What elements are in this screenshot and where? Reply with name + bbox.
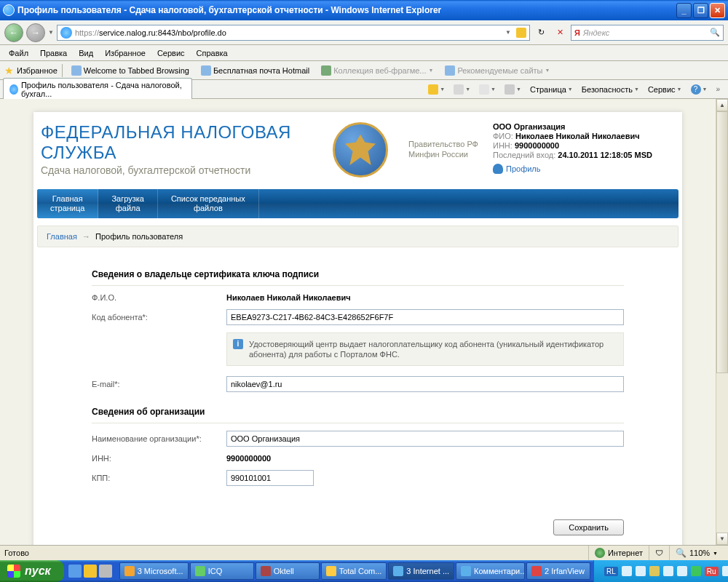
menu-help[interactable]: Справка xyxy=(191,47,234,59)
task-comments[interactable]: Комментари... xyxy=(456,562,525,580)
tray-icon[interactable] xyxy=(663,566,673,576)
yandex-icon: Я xyxy=(574,28,580,37)
breadcrumb: Главная → Профиль пользователя xyxy=(37,226,678,247)
menu-file[interactable]: Файл xyxy=(3,47,34,59)
task-irfanview[interactable]: 2 IrfanView xyxy=(526,562,590,580)
tools-menu[interactable]: Сервис▼ xyxy=(644,84,686,95)
menu-view[interactable]: Вид xyxy=(73,47,99,59)
value-inn: 9900000000 xyxy=(226,454,271,463)
history-dropdown-icon[interactable]: ▼ xyxy=(48,29,54,36)
tray-icon[interactable] xyxy=(677,566,687,576)
task-buttons: 3 Microsoft... ICQ Oktell Total Com... 3… xyxy=(116,562,593,580)
page-icon xyxy=(445,65,455,76)
favorites-label[interactable]: Избранное xyxy=(17,66,58,75)
lock-icon xyxy=(516,28,526,38)
window-titlebar: Профиль пользователя - Сдача налоговой, … xyxy=(0,0,728,20)
zone-internet[interactable]: Интернет xyxy=(588,546,649,560)
home-button[interactable]: ▼ xyxy=(424,83,448,96)
menu-bar: Файл Правка Вид Избранное Сервис Справка xyxy=(0,45,728,61)
page-icon xyxy=(201,65,211,76)
menu-tools[interactable]: Сервис xyxy=(151,47,191,59)
agency-title: ФЕДЕРАЛЬНАЯ НАЛОГОВАЯ СЛУЖБА xyxy=(41,122,314,163)
label-subscriber-code: Код абонента*: xyxy=(92,313,226,322)
task-icq[interactable]: ICQ xyxy=(190,562,254,580)
nav-home[interactable]: Главная страница xyxy=(37,189,98,218)
url-text[interactable]: https://service.nalog.ru:8443/nbo/profil… xyxy=(75,28,500,37)
feeds-button[interactable]: ▼ xyxy=(450,83,474,96)
refresh-button[interactable]: ↻ xyxy=(533,25,549,41)
back-button[interactable]: ← xyxy=(4,23,23,42)
scroll-down-button[interactable]: ▼ xyxy=(716,533,728,545)
close-button[interactable]: ✕ xyxy=(710,3,725,18)
fav-link-hotmail[interactable]: Бесплатная почта Hotmail xyxy=(197,64,314,77)
lang-indicator-2[interactable]: Ru xyxy=(705,567,719,576)
search-box[interactable]: Я Яндекс 🔍 xyxy=(571,25,724,41)
tray-icon[interactable] xyxy=(691,566,701,576)
fav-link-tabbed[interactable]: Welcome to Tabbed Browsing xyxy=(67,64,194,77)
section-cert-owner: Сведения о владельце сертификата ключа п… xyxy=(92,262,624,286)
system-tray: RL Ru 14:38 xyxy=(593,560,728,582)
tray-icon[interactable] xyxy=(636,566,646,576)
address-bar[interactable]: https://service.nalog.ru:8443/nbo/profil… xyxy=(57,25,530,41)
tray-icon[interactable] xyxy=(622,566,632,576)
nav-list[interactable]: Список переданных файлов xyxy=(158,189,259,218)
task-microsoft[interactable]: 3 Microsoft... xyxy=(119,562,189,580)
ql-ie-icon[interactable] xyxy=(68,565,82,578)
input-subscriber-code[interactable] xyxy=(226,309,624,325)
input-email[interactable] xyxy=(226,376,624,392)
favorites-star-icon[interactable]: ★ xyxy=(4,65,14,76)
profile-link[interactable]: Профиль xyxy=(493,164,675,174)
fav-link-suggested[interactable]: Рекомендуемые сайты ▼ xyxy=(440,64,554,77)
globe-icon xyxy=(595,548,605,558)
input-org-name[interactable] xyxy=(226,431,624,447)
address-dropdown-icon[interactable]: ▼ xyxy=(503,29,513,36)
protected-mode[interactable]: 🛡 xyxy=(649,546,669,560)
status-bar: Готово Интернет 🛡 🔍110% ▼ xyxy=(0,545,728,560)
breadcrumb-home[interactable]: Главная xyxy=(47,232,77,241)
task-oktell[interactable]: Oktell xyxy=(256,562,320,580)
mail-button[interactable]: ▼ xyxy=(475,83,499,96)
scroll-up-button[interactable]: ▲ xyxy=(716,99,728,111)
input-kpp[interactable] xyxy=(226,470,314,486)
org-name: ООО Организация xyxy=(493,122,675,131)
maximize-button[interactable]: ❐ xyxy=(693,3,708,18)
ql-desktop-icon[interactable] xyxy=(99,565,112,578)
main-nav: Главная страница Загрузка файла Список п… xyxy=(37,189,678,218)
vertical-scrollbar[interactable]: ▲ ▼ xyxy=(716,99,728,545)
ql-explorer-icon[interactable] xyxy=(84,565,97,578)
save-button[interactable]: Сохранить xyxy=(553,519,624,535)
safety-menu[interactable]: Безопасность▼ xyxy=(578,84,643,95)
page-menu[interactable]: Страница▼ xyxy=(526,84,577,95)
tray-icon[interactable] xyxy=(649,566,660,576)
nav-upload[interactable]: Загрузка файла xyxy=(98,189,157,218)
mail-icon xyxy=(479,84,489,95)
help-button[interactable]: ?▼ xyxy=(687,83,711,96)
menu-edit[interactable]: Правка xyxy=(34,47,73,59)
start-button[interactable]: пуск xyxy=(0,560,64,582)
minimize-button[interactable]: _ xyxy=(676,3,692,18)
browser-tab[interactable]: Профиль пользователя - Сдача налоговой, … xyxy=(3,78,192,100)
gov-link-pravitelstvo[interactable]: Правительство РФ xyxy=(408,140,478,148)
task-ie[interactable]: 3 Internet ... xyxy=(388,562,454,580)
print-button[interactable]: ▼ xyxy=(501,83,525,96)
zoom-control[interactable]: 🔍110% ▼ xyxy=(669,546,724,560)
forward-button[interactable]: → xyxy=(26,23,45,42)
menu-favorites[interactable]: Избранное xyxy=(99,47,151,59)
lang-indicator-1[interactable]: RL xyxy=(604,567,618,576)
app-icon xyxy=(531,566,542,576)
tray-icon[interactable] xyxy=(722,566,728,576)
page-icon xyxy=(321,65,331,76)
chevron-button[interactable]: » xyxy=(712,84,724,95)
app-icon xyxy=(195,566,205,576)
quick-launch xyxy=(64,565,116,578)
search-icon[interactable]: 🔍 xyxy=(710,28,720,37)
value-fio: Николаев Николай Николаевич xyxy=(226,293,351,302)
fav-link-webslices[interactable]: Коллекция веб-фрагме... ▼ xyxy=(317,64,438,77)
scroll-thumb[interactable] xyxy=(716,111,728,373)
task-totalcmd[interactable]: Total Com... xyxy=(321,562,387,580)
page-icon xyxy=(71,65,82,76)
gov-links: Правительство РФ Минфин России xyxy=(408,140,478,185)
gov-link-minfin[interactable]: Минфин России xyxy=(408,150,478,159)
stop-button[interactable]: ✕ xyxy=(552,25,568,41)
help-icon: ? xyxy=(691,84,701,95)
